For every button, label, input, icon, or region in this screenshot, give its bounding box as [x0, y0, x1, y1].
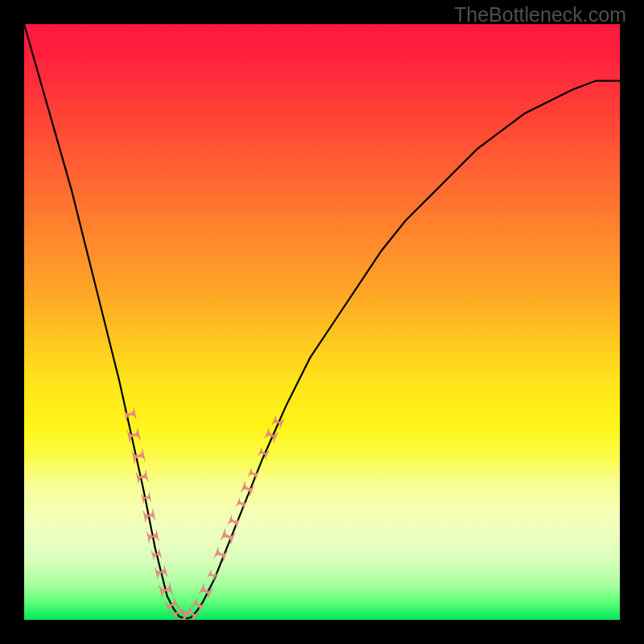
chart-frame: TheBottleneck.com — [0, 0, 644, 644]
chart-svg — [24, 24, 620, 620]
chart-plot-area — [24, 24, 620, 620]
chart-background — [24, 24, 620, 620]
watermark-label: TheBottleneck.com — [454, 3, 626, 27]
